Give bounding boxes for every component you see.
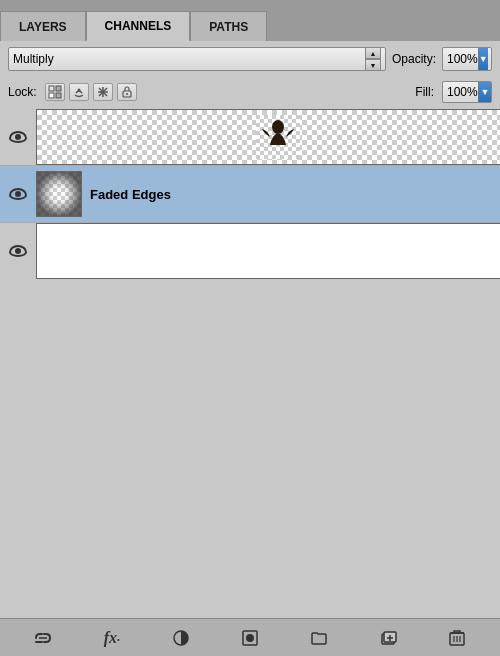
svg-rect-3 xyxy=(56,86,61,91)
svg-rect-0 xyxy=(49,86,54,91)
svg-point-16 xyxy=(272,120,284,134)
tab-paths[interactable]: PATHS xyxy=(190,11,267,41)
layer-model[interactable]: Model xyxy=(0,109,500,165)
opacity-label: Opacity: xyxy=(392,52,436,66)
blend-row: Multiply ▲ ▼ Opacity: 100% ▼ xyxy=(0,41,500,77)
new-group-btn[interactable] xyxy=(305,624,333,652)
model-thumb-svg xyxy=(256,115,300,159)
bg-visibility[interactable] xyxy=(8,241,28,261)
mask-icon xyxy=(241,629,259,647)
svg-rect-22 xyxy=(37,172,81,216)
bg-thumbnail xyxy=(36,223,500,279)
lock-transparent-btn[interactable] xyxy=(45,83,65,101)
model-thumbnail xyxy=(36,109,500,165)
blend-up-arrow[interactable]: ▲ xyxy=(365,47,381,59)
svg-point-27 xyxy=(246,634,254,642)
bottom-toolbar: fx • xyxy=(0,618,500,656)
fill-label: Fill: xyxy=(415,85,434,99)
fill-value: 100% xyxy=(447,85,478,99)
svg-point-10 xyxy=(126,93,128,95)
fx-text-icon: fx xyxy=(104,629,117,647)
layer-faded-edges[interactable]: Faded Edges xyxy=(0,166,500,222)
lock-position-btn[interactable] xyxy=(93,83,113,101)
model-visibility[interactable] xyxy=(8,127,28,147)
blend-mode-arrows: ▲ ▼ xyxy=(365,47,381,71)
link-layers-btn[interactable] xyxy=(29,624,57,652)
opacity-value: 100% xyxy=(447,52,478,66)
fx-dot: • xyxy=(117,635,120,644)
fill-arrow: ▼ xyxy=(478,82,491,102)
eye-icon xyxy=(9,131,27,143)
blend-mode-select[interactable]: Multiply ▲ ▼ xyxy=(8,47,386,71)
opacity-input[interactable]: 100% ▼ xyxy=(442,47,492,71)
layer-background[interactable]: Background fx ▾ xyxy=(0,223,500,279)
eye-icon xyxy=(9,188,27,200)
circle-half-icon xyxy=(172,629,190,647)
link-icon xyxy=(33,630,53,646)
lock-label: Lock: xyxy=(8,85,37,99)
blend-mode-value: Multiply xyxy=(13,52,54,66)
faded-thumbnail xyxy=(36,171,82,217)
fill-input[interactable]: 100% ▼ xyxy=(442,81,492,103)
new-fill-layer-btn[interactable] xyxy=(167,624,195,652)
delete-layer-btn[interactable] xyxy=(443,624,471,652)
opacity-arrow: ▼ xyxy=(478,48,488,70)
faded-visibility[interactable] xyxy=(8,184,28,204)
layers-list: Model xyxy=(0,107,500,618)
lock-all-btn[interactable] xyxy=(117,83,137,101)
layers-panel: LAYERS CHANNELS PATHS Multiply ▲ ▼ Opaci… xyxy=(0,0,500,656)
blend-down-arrow[interactable]: ▼ xyxy=(365,59,381,71)
tab-layers[interactable]: LAYERS xyxy=(0,11,86,41)
folder-icon xyxy=(310,629,328,647)
svg-rect-2 xyxy=(49,93,54,98)
tab-channels[interactable]: CHANNELS xyxy=(86,11,191,41)
lock-image-btn[interactable] xyxy=(69,83,89,101)
faded-thumb-svg xyxy=(37,172,81,216)
new-layer-icon xyxy=(379,629,397,647)
lock-row: Lock: xyxy=(0,77,500,107)
tab-bar: LAYERS CHANNELS PATHS xyxy=(0,0,500,41)
new-mask-btn[interactable] xyxy=(236,624,264,652)
eye-icon xyxy=(9,245,27,257)
faded-edges-layer-name: Faded Edges xyxy=(90,187,492,202)
svg-rect-1 xyxy=(56,93,61,98)
svg-point-4 xyxy=(77,89,80,92)
new-layer-btn[interactable] xyxy=(374,624,402,652)
add-effect-btn[interactable]: fx • xyxy=(98,624,126,652)
trash-icon xyxy=(449,629,465,647)
